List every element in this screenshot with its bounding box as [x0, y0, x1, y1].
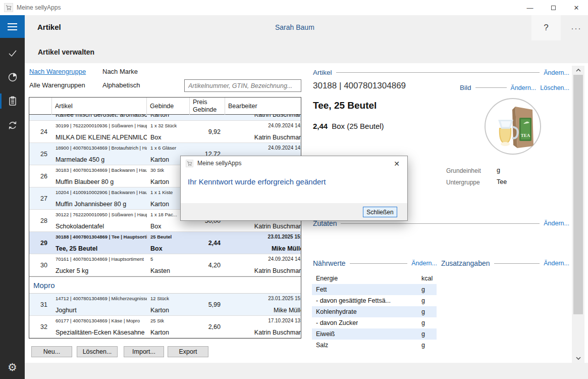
article-name: Zucker 5 kg: [56, 267, 147, 274]
sidebar-item-tasks[interactable]: [0, 44, 25, 62]
table-row[interactable]: 32 60177 | 4007801304869 | Käse | Mopro …: [29, 316, 301, 338]
dialog-schliessen-button[interactable]: Schließen: [363, 207, 397, 217]
table-row-clipped[interactable]: Kaffee misch geröstet, aromatisch,... Ka…: [29, 115, 301, 121]
edit-date: 24.09.2024 14:10: [225, 145, 301, 151]
bild-label: Bild: [460, 84, 471, 91]
scrollbar-thumb[interactable]: [573, 75, 583, 314]
zutaten-change-link[interactable]: Ändern...: [544, 220, 569, 227]
hamburger-icon: [8, 23, 17, 24]
page-subtitle: Artikel verwalten: [38, 48, 94, 56]
sidebar-item-reports[interactable]: [0, 68, 25, 86]
pie-chart-icon: [7, 71, 18, 82]
minimize-button[interactable]: —: [518, 0, 542, 15]
editor-name: Katrin Buschmann: [225, 223, 301, 230]
close-button[interactable]: ✕: [565, 0, 588, 15]
menu-button[interactable]: [0, 15, 25, 38]
column-header-preis-gebinde[interactable]: PreisGebinde: [190, 98, 225, 115]
zusatz-change-link[interactable]: Ändern...: [544, 260, 569, 267]
tab-nach-marke[interactable]: Nach Marke: [102, 68, 138, 75]
gebinde-meta: 1 x 32 Stück: [150, 123, 190, 128]
table-row[interactable]: 24 30199 | 7622200010936 | Süßwaren | Ha…: [29, 121, 301, 143]
article-name: Schokoladentafel: [56, 223, 147, 230]
table-row[interactable]: 31 14712 | 4007801304869 | Milcherzeugni…: [29, 294, 301, 316]
article-name: Joghurt: [56, 307, 147, 314]
app-logo-icon: [4, 3, 13, 12]
divider: [336, 72, 540, 73]
scrollbar[interactable]: [572, 66, 584, 363]
export-button[interactable]: Export: [168, 346, 208, 357]
help-button[interactable]: ?: [531, 15, 561, 40]
article-name: Marmelade 450 g: [56, 156, 147, 163]
column-header-bearbeiter[interactable]: Bearbeiter: [225, 98, 301, 115]
gebinde-value: Box: [150, 223, 190, 230]
section-artikel-label: Artikel: [313, 69, 332, 76]
dialog-close-button[interactable]: ✕: [391, 158, 402, 169]
nutrition-label: Salz: [312, 342, 328, 349]
naehrwerte-change-link[interactable]: Ändern...: [411, 260, 437, 267]
dialog-title: Meine sellyApps: [197, 160, 241, 167]
edit-date: 24.09.2024 14:10: [225, 256, 301, 262]
table-row[interactable]: 29 30188 | 4007801304869 | Tee | Hauptso…: [29, 232, 301, 254]
nutrition-row: Eiweiß g: [312, 328, 437, 340]
gebinde-value: Box: [150, 134, 190, 141]
article-name: MILKA DIE KLEINE ALPENMILCH4...: [56, 134, 147, 141]
article-meta: 30122 | 7622200010950 | Süßwaren | Haup.…: [56, 212, 147, 217]
edit-date: 24.09.2024 14:10: [225, 123, 301, 128]
filter-alle-warengruppen[interactable]: Alle Warengruppen: [29, 81, 85, 89]
image-tea-text: TEA: [521, 133, 530, 138]
nutrition-row: Salz g: [312, 340, 437, 351]
article-price: 2,44Box (25 Beutel): [313, 122, 384, 130]
nutrition-label: Energie: [312, 275, 338, 282]
gebinde-value: Karton: [150, 329, 190, 336]
column-header-gebinde[interactable]: Gebinde: [147, 98, 190, 115]
sidebar-item-sync[interactable]: [0, 116, 25, 134]
article-ids: 30188 | 4007801304869: [313, 81, 406, 91]
sidebar-item-settings[interactable]: ⚙: [0, 358, 25, 376]
import-button[interactable]: Import...: [124, 346, 164, 357]
editor-name: Mike Müller: [225, 307, 301, 314]
table-row[interactable]: 30 70161 | 4007801304869 | Hauptsortimen…: [29, 254, 301, 276]
article-meta: 70161 | 4007801304869 | Hauptsortiment: [56, 256, 147, 262]
gebinde-meta: 12 Stück: [150, 296, 190, 301]
user-name[interactable]: Sarah Baum: [275, 23, 314, 31]
bild-change-link[interactable]: Ändern...: [511, 84, 537, 91]
new-button[interactable]: Neu...: [31, 346, 72, 357]
delete-button[interactable]: Löschen...: [77, 346, 118, 357]
nutrition-row: Fett g: [312, 284, 437, 295]
nutrition-row: Energie kcal: [312, 273, 437, 284]
nutrition-label: Kohlenhydrate: [312, 308, 357, 315]
bild-delete-link[interactable]: Löschen...: [540, 84, 569, 91]
clipboard-icon: [7, 96, 18, 107]
nutrition-row: - davon Zucker g: [312, 317, 437, 328]
scroll-up-button[interactable]: [572, 66, 584, 75]
section-naehrwerte: Nährwerte Ändern...: [313, 259, 437, 267]
artikel-change-link[interactable]: Ändern...: [544, 69, 569, 76]
dialog-footer: Schließen: [181, 203, 407, 220]
title-bar: Meine sellyApps — ✕: [0, 0, 588, 15]
scroll-down-button[interactable]: [572, 354, 584, 363]
sidebar-item-articles[interactable]: [0, 92, 25, 110]
gebinde-meta: 1 x 6 Gläser: [150, 145, 190, 151]
nutrition-row: - davon gesättigte Fettsä... g: [312, 295, 437, 306]
gebinde-meta: 5: [150, 256, 190, 262]
row-number: 27: [29, 187, 52, 209]
section-artikel: Artikel Ändern...: [313, 69, 569, 76]
filter-alphabetisch[interactable]: Alphabetisch: [102, 81, 140, 89]
editor-name: Mike Müller: [225, 245, 301, 252]
nutrition-row: Kohlenhydrate g: [312, 306, 437, 317]
row-number: 30: [29, 254, 52, 276]
column-header-artikel[interactable]: Artikel: [52, 98, 147, 115]
row-number: 25: [29, 143, 52, 165]
maximize-button[interactable]: [542, 0, 565, 15]
tab-nach-warengruppe[interactable]: Nach Warengruppe: [29, 68, 86, 75]
editor-name: Katrin Buschmann: [225, 267, 301, 274]
row-number: 24: [29, 121, 52, 143]
more-options-button[interactable]: ···: [565, 15, 588, 40]
search-input[interactable]: [184, 79, 301, 92]
nutrition-unit: g: [421, 297, 425, 304]
edit-date: 17.10.2024 13:39: [225, 318, 301, 323]
price-value: 2,44: [313, 122, 328, 130]
article-meta: 10204 | 4100910002906 | Backwaren | Hau.…: [56, 190, 147, 195]
dialog-title-bar: Meine sellyApps ✕: [181, 156, 407, 170]
chevron-up-icon: [576, 69, 581, 72]
